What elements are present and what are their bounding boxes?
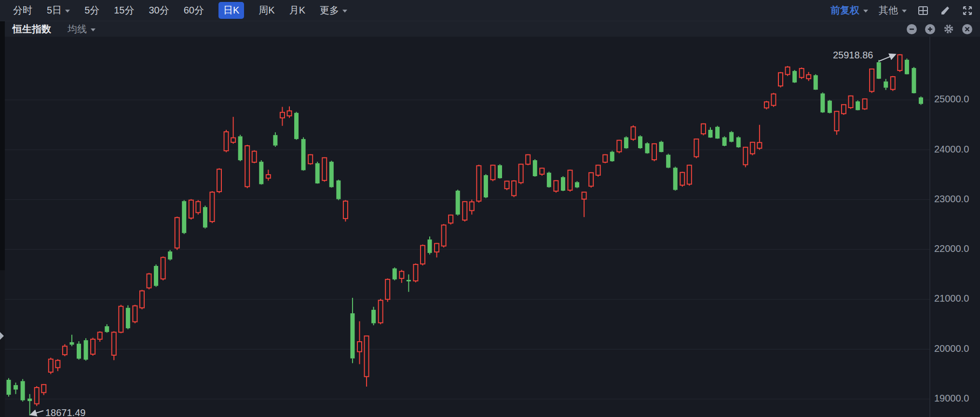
annotation-high: 25918.86 — [833, 50, 873, 60]
candle-body-up — [119, 306, 123, 333]
candle-body-up — [898, 55, 902, 71]
candle-body-up — [322, 158, 327, 181]
timeframe-15分[interactable]: 15分 — [114, 4, 134, 17]
expand-icon[interactable] — [962, 5, 973, 16]
candle-body-down — [126, 308, 130, 328]
candle-body-down — [673, 167, 678, 190]
timeframe-日K[interactable]: 日K — [218, 2, 244, 19]
candle-body-down — [168, 251, 172, 260]
candle-body-down — [736, 137, 741, 147]
zoom-in-icon[interactable] — [925, 24, 935, 34]
candle-body-down — [645, 143, 650, 153]
candle-body-up — [252, 151, 257, 162]
candle-body-down — [301, 139, 306, 170]
candle-body-up — [631, 127, 635, 139]
timeframe-5分[interactable]: 5分 — [84, 4, 99, 17]
candle-body-down — [273, 135, 277, 146]
candle-body-up — [743, 147, 748, 165]
candle-body-up — [147, 274, 151, 288]
candle-body-down — [27, 399, 32, 401]
left-panel-edge-bottom — [0, 270, 5, 417]
candle-body-up — [399, 271, 404, 278]
timeframe-label: 日K — [223, 4, 239, 17]
chevron-down-icon — [65, 10, 70, 13]
other-dropdown[interactable]: 其他 — [879, 4, 907, 17]
chevron-down-icon — [91, 28, 95, 31]
timeframe-分时[interactable]: 分时 — [13, 4, 32, 17]
candle-body-up — [596, 165, 600, 175]
grid-layout-icon[interactable] — [917, 5, 929, 16]
timeframe-60分[interactable]: 60分 — [184, 4, 204, 17]
candle-body-down — [393, 268, 397, 279]
symbol-title: 恒生指数 — [5, 23, 51, 36]
candle-body-down — [715, 127, 720, 139]
candle-body-down — [484, 175, 488, 197]
candle-body-down — [575, 182, 579, 187]
candle-body-down — [856, 101, 860, 110]
candle-body-down — [624, 137, 628, 148]
chevron-down-icon — [342, 10, 347, 13]
timeframe-label: 15分 — [114, 4, 134, 17]
candle-body-up — [266, 175, 271, 178]
toolbar: 分时5日5分15分30分60分日K周K月K更多 前复权 其他 — [0, 0, 980, 21]
candle-body-up — [442, 225, 446, 246]
candle-body-up — [834, 111, 839, 131]
candle-body-up — [476, 166, 481, 201]
y-tick-label: 20000.0 — [934, 343, 969, 354]
candle-body-up — [863, 99, 867, 109]
y-tick-label: 19000.0 — [934, 393, 969, 403]
candle-body-up — [589, 173, 593, 186]
candle-body-down — [21, 381, 25, 401]
toolbar-right: 前复权 其他 — [830, 0, 973, 21]
candle-body-up — [217, 169, 221, 192]
y-tick-label: 21000.0 — [934, 293, 969, 304]
annotation-arrow — [31, 411, 43, 415]
candle-body-down — [610, 152, 614, 161]
close-icon[interactable] — [962, 24, 972, 34]
candle-body-down — [877, 62, 881, 79]
candle-body-down — [905, 60, 909, 74]
left-panel-edge-top — [0, 0, 5, 270]
candle-body-down — [919, 97, 923, 104]
candle-body-down — [722, 137, 727, 146]
candle-body-down — [828, 101, 832, 113]
candle-body-down — [561, 177, 565, 191]
timeframe-周K[interactable]: 周K — [259, 4, 274, 17]
brush-icon[interactable] — [939, 5, 951, 16]
settings-icon[interactable] — [943, 24, 954, 34]
candle-body-down — [14, 385, 18, 389]
candle-body-up — [694, 139, 698, 157]
timeframe-更多[interactable]: 更多 — [320, 4, 347, 17]
candlestick-chart[interactable]: 25000.024000.023000.022000.021000.020000… — [0, 0, 980, 417]
timeframe-label: 周K — [259, 4, 274, 17]
timeframe-label: 5日 — [47, 4, 62, 17]
candle-body-up — [680, 172, 684, 185]
timeframe-月K[interactable]: 月K — [289, 4, 305, 17]
candle-body-up — [470, 202, 474, 210]
timeframe-30分[interactable]: 30分 — [149, 4, 169, 17]
candle-body-down — [84, 340, 88, 360]
candle-body-up — [512, 181, 516, 195]
candle-body-up — [519, 164, 523, 182]
candle-body-up — [379, 300, 383, 322]
candle-body-up — [540, 168, 544, 174]
candle-body-down — [315, 163, 320, 183]
candle-body-up — [582, 192, 586, 199]
panel-expand-handle[interactable] — [0, 332, 4, 340]
candle-body-up — [91, 339, 95, 354]
candle-body-down — [708, 130, 713, 138]
candle-body-up — [786, 67, 790, 74]
candle-body-up — [750, 142, 755, 154]
ma-dropdown[interactable]: 均线 — [68, 23, 95, 36]
candle-body-up — [554, 181, 558, 191]
timeframe-5日[interactable]: 5日 — [47, 4, 70, 17]
candle-body-up — [617, 140, 621, 152]
candle-body-down — [350, 313, 354, 358]
chart-controls — [907, 21, 972, 37]
candle-body-up — [652, 144, 656, 160]
zoom-out-icon[interactable] — [907, 24, 917, 34]
candle-body-up — [842, 105, 846, 114]
adjust-mode-dropdown[interactable]: 前复权 — [830, 4, 868, 17]
candle-body-up — [175, 218, 179, 248]
candle-body-up — [870, 69, 874, 91]
